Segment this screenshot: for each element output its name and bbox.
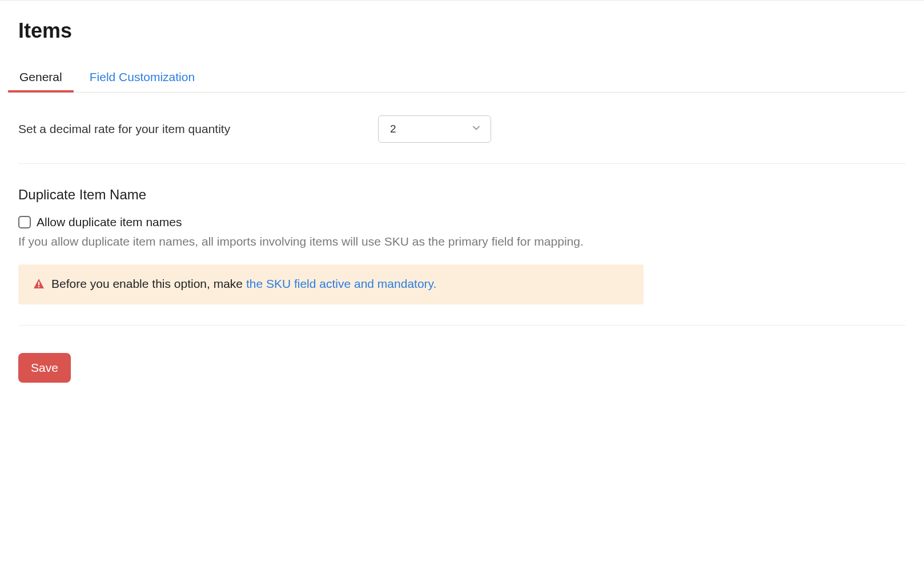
warning-icon — [33, 278, 45, 292]
tab-general[interactable]: General — [19, 70, 62, 92]
footer-actions: Save — [18, 326, 906, 406]
section-duplicate-item-name: Duplicate Item Name Allow duplicate item… — [18, 164, 906, 326]
alert-text: Before you enable this option, make the … — [51, 277, 436, 291]
alert-link-sku-field[interactable]: the SKU field active and mandatory. — [246, 277, 436, 290]
svg-rect-1 — [38, 286, 39, 287]
save-button[interactable]: Save — [18, 353, 71, 383]
section-decimal-rate: Set a decimal rate for your item quantit… — [18, 93, 906, 164]
svg-rect-0 — [38, 282, 39, 286]
duplicate-section-title: Duplicate Item Name — [18, 187, 906, 203]
tab-field-customization[interactable]: Field Customization — [90, 70, 195, 92]
decimal-rate-select[interactable]: 2 — [378, 115, 491, 143]
allow-duplicate-label[interactable]: Allow duplicate item names — [37, 215, 182, 229]
tabs: General Field Customization — [18, 70, 906, 93]
page-title: Items — [18, 19, 906, 43]
duplicate-help-text: If you allow duplicate item names, all i… — [18, 235, 906, 248]
alert-box: Before you enable this option, make the … — [18, 264, 644, 304]
decimal-rate-label: Set a decimal rate for your item quantit… — [18, 122, 378, 136]
alert-prefix: Before you enable this option, make — [51, 277, 246, 290]
allow-duplicate-checkbox[interactable] — [18, 216, 31, 228]
